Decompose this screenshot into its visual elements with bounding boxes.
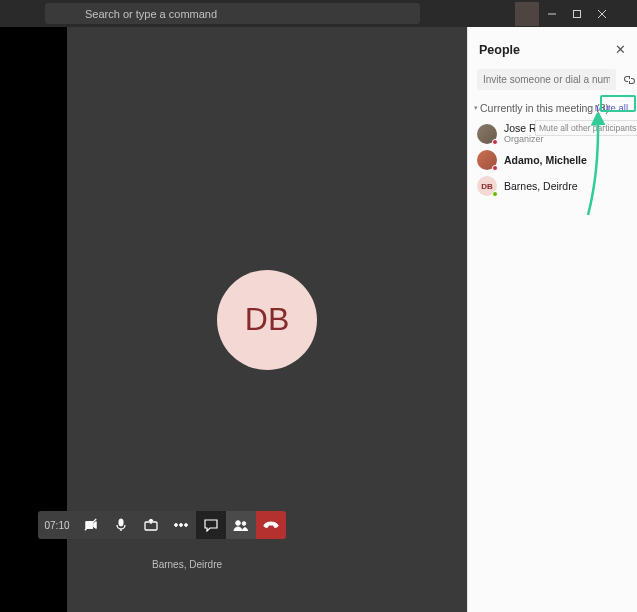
svg-rect-5	[119, 519, 123, 526]
people-panel: People ✕ ▾ Currently in this meeting (3)…	[467, 27, 637, 612]
minimize-button[interactable]	[539, 0, 564, 27]
presence-busy-icon	[492, 139, 498, 145]
participant-row[interactable]: DB Barnes, Deirdre	[468, 173, 637, 199]
copy-link-icon[interactable]	[622, 69, 636, 90]
avatar	[477, 150, 497, 170]
avatar: DB	[477, 176, 497, 196]
chat-button[interactable]	[196, 511, 226, 539]
presence-available-icon	[492, 191, 498, 197]
participant-name: Barnes, Deirdre	[504, 181, 578, 193]
meeting-timer: 07:10	[38, 511, 76, 539]
mic-button[interactable]	[106, 511, 136, 539]
maximize-button[interactable]	[564, 0, 589, 27]
participant-row[interactable]: Adamo, Michelle	[468, 147, 637, 173]
participant-name: Adamo, Michelle	[504, 155, 587, 167]
more-actions-button[interactable]	[166, 511, 196, 539]
svg-point-10	[236, 520, 241, 525]
command-search[interactable]: Search or type a command	[45, 3, 420, 24]
presence-busy-icon	[492, 165, 498, 171]
profile-square[interactable]	[515, 2, 539, 26]
close-panel-button[interactable]: ✕	[615, 42, 626, 57]
section-currently-in-meeting[interactable]: ▾ Currently in this meeting (3) Mute all	[468, 96, 637, 120]
collapse-triangle-icon: ▾	[474, 104, 478, 112]
meeting-toolbar: 07:10	[38, 511, 286, 539]
svg-rect-1	[573, 10, 580, 17]
svg-point-7	[175, 524, 178, 527]
share-button[interactable]	[136, 511, 166, 539]
svg-point-9	[185, 524, 188, 527]
hangup-button[interactable]	[256, 511, 286, 539]
svg-point-8	[180, 524, 183, 527]
svg-point-11	[242, 521, 246, 525]
invite-input[interactable]	[477, 69, 616, 90]
stage-participant-name: Barnes, Deirdre	[152, 559, 222, 570]
avatar	[477, 124, 497, 144]
close-window-button[interactable]	[589, 0, 614, 27]
title-bar: Search or type a command	[0, 0, 637, 27]
mute-all-button[interactable]: Mute all	[590, 98, 633, 117]
participant-row[interactable]: Jose Rosario Organizer Mute all other pa…	[468, 120, 637, 147]
panel-title: People	[479, 43, 520, 57]
camera-button[interactable]	[76, 511, 106, 539]
people-button[interactable]	[226, 511, 256, 539]
mute-all-tooltip: Mute all other participants	[535, 120, 637, 136]
stage-avatar: DB	[217, 270, 317, 370]
participant-role: Organizer	[504, 135, 565, 145]
